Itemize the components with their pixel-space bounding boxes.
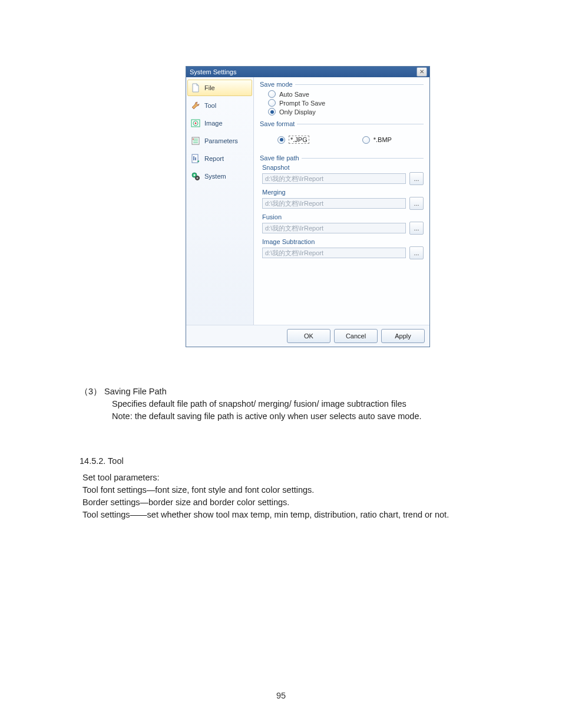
radio-label: Prompt To Save — [279, 100, 325, 107]
svg-point-2 — [195, 123, 197, 124]
svg-point-11 — [197, 177, 198, 179]
snapshot-label: Snapshot — [260, 164, 424, 171]
radio-icon — [362, 136, 370, 144]
radio-icon — [268, 99, 276, 107]
sidebar-item-parameters[interactable]: Parameters — [187, 133, 252, 149]
sidebar-item-file[interactable]: File — [187, 80, 252, 96]
merging-browse-button[interactable]: ... — [409, 197, 424, 210]
snapshot-path-input[interactable] — [262, 173, 406, 184]
parameters-icon — [190, 136, 201, 146]
radio-prompt-to-save[interactable]: Prompt To Save — [260, 99, 424, 107]
radio-label: *.BMP — [373, 136, 392, 143]
sidebar-item-label: Parameters — [204, 137, 238, 144]
doc-heading-1452: 14.5.2. Tool — [80, 455, 492, 467]
doc-text: Note: the default saving file path is ac… — [80, 410, 492, 423]
doc-text: Set tool parameters: — [82, 472, 495, 484]
cancel-button[interactable]: Cancel — [334, 329, 378, 343]
apply-button[interactable]: Apply — [381, 329, 425, 343]
image-subtraction-label: Image Subtraction — [260, 238, 424, 245]
system-settings-dialog: System Settings ✕ File Tool — [186, 66, 430, 347]
sidebar-item-report[interactable]: Report — [187, 150, 252, 167]
heading-text: 14.5.2. Tool — [80, 455, 492, 467]
group-title: Save file path — [260, 154, 424, 162]
radio-format-jpg[interactable]: *.JPG — [277, 136, 309, 144]
snapshot-browse-button[interactable]: ... — [409, 172, 424, 185]
sidebar-item-label: Tool — [204, 102, 216, 109]
save-file-path-group: Save file path Snapshot ... Merging ... … — [260, 154, 424, 259]
radio-label: Auto Save — [279, 91, 309, 98]
group-title: Save mode — [260, 81, 424, 88]
image-icon — [190, 118, 201, 129]
close-button[interactable]: ✕ — [416, 67, 427, 77]
tool-icon — [190, 100, 201, 111]
doc-item-3: （3） Saving File Path Specifies default f… — [80, 386, 492, 423]
svg-point-9 — [194, 174, 196, 176]
radio-icon — [277, 136, 285, 144]
ok-button[interactable]: OK — [287, 329, 330, 343]
radio-icon — [268, 90, 276, 98]
sidebar-item-image[interactable]: Image — [187, 115, 252, 131]
window-title: System Settings — [190, 68, 236, 75]
doc-text: Tool settings——set whether show tool max… — [82, 509, 495, 521]
doc-item-number: （3） — [80, 387, 102, 396]
merging-path-input[interactable] — [262, 198, 406, 209]
merging-label: Merging — [260, 189, 424, 196]
radio-label: Only Display — [279, 108, 316, 116]
dialog-footer: OK Cancel Apply — [186, 325, 429, 347]
settings-sidebar: File Tool Image — [186, 77, 254, 325]
radio-only-display[interactable]: Only Display — [260, 108, 424, 116]
radio-label: *.JPG — [289, 136, 309, 144]
sidebar-item-label: System — [204, 173, 226, 180]
system-icon — [190, 171, 201, 182]
sidebar-item-label: File — [204, 84, 215, 91]
sidebar-item-system[interactable]: System — [187, 168, 252, 185]
doc-text: Border settings—border size and border c… — [82, 496, 495, 509]
fusion-browse-button[interactable]: ... — [409, 222, 424, 235]
doc-text: Tool font settings—font size, font style… — [82, 484, 495, 496]
image-subtraction-path-input[interactable] — [262, 248, 406, 258]
radio-format-bmp[interactable]: *.BMP — [362, 136, 392, 144]
radio-auto-save[interactable]: Auto Save — [260, 90, 424, 98]
file-settings-panel: Save mode Auto Save Prompt To Save Only … — [254, 77, 429, 325]
close-icon: ✕ — [419, 69, 424, 75]
doc-text: Specifies default file path of snapshot/… — [80, 398, 492, 410]
group-title: Save format — [260, 120, 424, 127]
svg-rect-6 — [193, 156, 194, 160]
svg-rect-7 — [195, 157, 196, 160]
image-subtraction-browse-button[interactable]: ... — [409, 246, 424, 259]
sidebar-item-tool[interactable]: Tool — [187, 97, 252, 114]
titlebar: System Settings ✕ — [186, 67, 429, 77]
svg-point-4 — [193, 139, 194, 140]
report-icon — [190, 153, 201, 164]
doc-item-title: Saving File Path — [104, 387, 167, 396]
doc-tool-description: Set tool parameters: Tool font settings—… — [82, 472, 495, 521]
sidebar-item-label: Image — [204, 120, 223, 127]
fusion-label: Fusion — [260, 213, 424, 220]
sidebar-item-label: Report — [204, 155, 224, 162]
file-icon — [190, 83, 201, 93]
save-format-group: Save format *.JPG *.BMP — [260, 120, 424, 150]
save-mode-group: Save mode Auto Save Prompt To Save Only … — [260, 81, 424, 116]
radio-icon — [268, 108, 276, 116]
dialog-body: File Tool Image — [186, 77, 429, 325]
fusion-path-input[interactable] — [262, 223, 406, 233]
page-number: 95 — [0, 691, 562, 700]
